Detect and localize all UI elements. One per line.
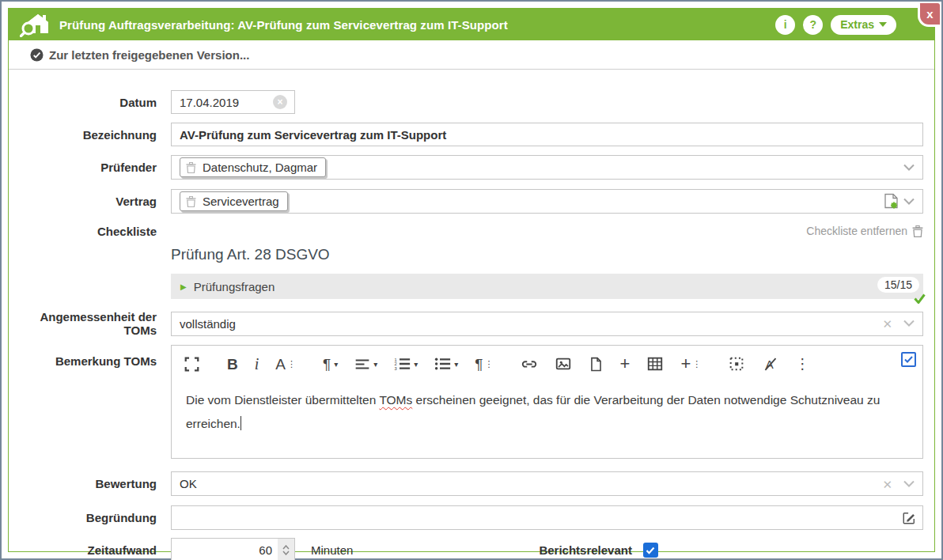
clear-date-icon[interactable]: × <box>273 95 287 109</box>
zeitaufwand-input[interactable] <box>171 538 295 560</box>
checklist-title: Prüfung Art. 28 DSGVO <box>171 246 923 263</box>
bemerkung-label: Bemerkung TOMs <box>9 345 171 368</box>
angemessenheit-label: Angemessenheit der TOMs <box>9 310 171 337</box>
window-frame: x Prüfung Auftragsverarbeitung: AV-Prüfu… <box>0 0 943 560</box>
row-bemerkung: Bemerkung TOMs B i A⋮ ¶▾ <box>9 345 923 459</box>
fullscreen-icon[interactable] <box>184 357 199 372</box>
misspelled-word: TOMs <box>379 393 412 407</box>
row-bewertung: Bewertung OK ✕ <box>9 471 923 496</box>
title-bar: Prüfung Auftragsverarbeitung: AV-Prüfung… <box>9 9 934 40</box>
pruefungsfragen-label: Prüfungsfragen <box>194 280 275 293</box>
editor-content[interactable]: Die vom Dienstleister übermittelten TOMs… <box>172 380 922 458</box>
progress-badge: 15/15 <box>877 277 919 293</box>
insert-plus-icon[interactable]: + <box>620 355 631 373</box>
audit-house-magnifier-icon <box>20 12 51 37</box>
sub-header: Zur letzten freigegebenen Version... <box>9 40 934 70</box>
datum-field: × <box>171 90 295 114</box>
triangle-right-icon: ▶ <box>180 282 187 291</box>
spinner-down-icon[interactable] <box>282 551 290 555</box>
trash-icon[interactable] <box>912 225 923 237</box>
checkliste-label: Checkliste <box>9 223 171 238</box>
image-icon[interactable] <box>555 355 572 373</box>
remove-checklist-link[interactable]: Checkliste entfernen <box>171 223 923 239</box>
chevron-down-icon[interactable] <box>903 198 915 205</box>
bewertung-label: Bewertung <box>9 477 171 490</box>
pruefender-select[interactable]: Datenschutz, Dagmar <box>171 155 923 180</box>
titlebar-actions: i ? Extras <box>775 15 923 35</box>
zeitaufwand-label: Zeitaufwand <box>9 543 171 557</box>
bewertung-value: OK <box>180 477 197 490</box>
row-checkliste: Checkliste Checkliste entfernen Prüfung <box>9 223 923 299</box>
align-icon[interactable]: ▾ <box>354 358 377 371</box>
clear-x-icon[interactable]: ✕ <box>882 318 892 330</box>
paragraph-format-icon[interactable]: ¶▾ <box>323 357 338 372</box>
editor-checkbox[interactable] <box>901 352 916 367</box>
file-icon[interactable] <box>589 356 604 373</box>
chevron-down-icon[interactable] <box>903 480 915 487</box>
editor-text: Die vom Dienstleister übermittelten <box>186 393 379 407</box>
chevron-down-icon[interactable] <box>903 164 915 171</box>
new-document-icon[interactable] <box>884 193 899 210</box>
angemessenheit-select[interactable]: vollständig ✕ <box>171 312 923 336</box>
table-icon[interactable] <box>646 355 664 373</box>
angemessenheit-value: vollständig <box>180 317 236 331</box>
form-area: Datum × Bezeichnung Prüfender <box>9 70 934 560</box>
row-pruefender: Prüfender Datenschutz, Dagmar <box>9 155 923 180</box>
clear-x-icon[interactable]: ✕ <box>882 478 892 490</box>
berichtsrelevant-label: Berichtsrelevant <box>539 543 632 557</box>
bold-icon[interactable]: B <box>227 357 238 372</box>
bezeichnung-label: Bezeichnung <box>9 128 171 142</box>
help-icon[interactable]: ? <box>803 15 823 35</box>
number-spinner[interactable] <box>278 539 294 560</box>
paragraph-options-icon[interactable]: ¶⋮ <box>475 357 492 372</box>
more-options-icon[interactable]: ⋮ <box>795 357 809 371</box>
clear-formatting-icon[interactable]: A <box>762 356 778 373</box>
bewertung-select[interactable]: OK ✕ <box>171 471 923 496</box>
dialog: Prüfung Auftragsverarbeitung: AV-Prüfung… <box>8 8 935 552</box>
green-check-icon <box>914 293 926 304</box>
berichtsrelevant-checkbox[interactable] <box>643 543 658 558</box>
extras-label: Extras <box>840 18 874 31</box>
pruefender-chip[interactable]: Datenschutz, Dagmar <box>180 157 326 177</box>
datum-label: Datum <box>9 96 171 109</box>
pruefender-label: Prüfender <box>9 161 171 174</box>
row-datum: Datum × <box>9 90 923 114</box>
zeitaufwand-field <box>171 538 295 560</box>
last-released-version-link[interactable]: Zur letzten freigegebenen Version... <box>49 48 249 62</box>
ordered-list-icon[interactable]: 123 ▾ <box>394 357 418 371</box>
begruendung-input[interactable] <box>171 505 923 530</box>
page-title: Prüfung Auftragsverarbeitung: AV-Prüfung… <box>59 18 508 32</box>
trash-icon[interactable] <box>186 196 196 207</box>
bullet-list-icon[interactable]: ▾ <box>434 357 458 371</box>
extras-button[interactable]: Extras <box>831 15 896 35</box>
edit-pencil-icon[interactable] <box>902 511 916 525</box>
text-cursor <box>240 416 241 430</box>
info-icon[interactable]: i <box>775 15 795 35</box>
caret-down-icon <box>879 22 887 27</box>
chevron-down-icon[interactable] <box>903 320 915 327</box>
bezeichnung-input[interactable] <box>171 123 923 146</box>
row-zeitaufwand: Zeitaufwand Minuten Berichtsrelevant <box>9 538 923 560</box>
italic-icon[interactable]: i <box>255 356 259 372</box>
row-begruendung: Begründung <box>9 505 923 530</box>
minuten-label: Minuten <box>311 543 353 557</box>
pruefender-chip-label: Datenschutz, Dagmar <box>203 161 317 174</box>
table-insert-icon[interactable]: +⋮ <box>680 355 700 373</box>
richtext-editor[interactable]: B i A⋮ ¶▾ ▾ 123 ▾ <box>171 345 923 459</box>
pruefungsfragen-group[interactable]: ▶ Prüfungsfragen 15/15 <box>171 274 923 299</box>
vertrag-chip[interactable]: Servicevertrag <box>180 191 288 211</box>
row-vertrag: Vertrag Servicevertrag <box>9 189 923 214</box>
close-icon[interactable]: x <box>918 3 940 27</box>
text-style-icon[interactable]: A⋮ <box>275 357 295 372</box>
editor-toolbar: B i A⋮ ¶▾ ▾ 123 ▾ <box>172 346 922 380</box>
link-icon[interactable] <box>521 355 538 373</box>
vertrag-select[interactable]: Servicevertrag <box>171 189 923 214</box>
remove-checklist-label: Checkliste entfernen <box>806 225 907 237</box>
cell-selection-icon[interactable] <box>728 355 745 373</box>
begruendung-label: Begründung <box>9 511 171 524</box>
spinner-up-icon[interactable] <box>282 545 290 550</box>
vertrag-chip-label: Servicevertrag <box>203 195 279 208</box>
check-circle-icon <box>30 48 44 62</box>
row-bezeichnung: Bezeichnung <box>9 123 923 146</box>
trash-icon[interactable] <box>186 162 196 173</box>
